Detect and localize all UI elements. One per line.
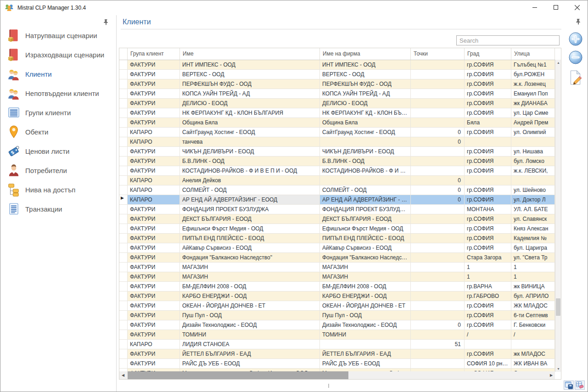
- row-indicator-cell[interactable]: [119, 99, 128, 108]
- cell-group[interactable]: КАПАРО: [128, 185, 180, 195]
- cell-name[interactable]: Дизайн Технолоджис - ЕООД: [180, 320, 320, 330]
- column-header-city[interactable]: Град: [465, 48, 511, 60]
- cell-street[interactable]: Г. Бенковски: [511, 320, 555, 330]
- cell-name[interactable]: АР ЕНД АЙ АДВЕРТАЙЗИНГ - ЕООД: [180, 195, 320, 204]
- cell-city[interactable]: гр.ГАБРОВО: [465, 291, 511, 301]
- cell-street[interactable]: Емануил Поп: [511, 89, 555, 98]
- splitter-grip[interactable]: [328, 384, 329, 388]
- cell-group[interactable]: ФАКТУРИ: [128, 234, 180, 243]
- table-row[interactable]: ФАКТУРИБМ-ДЕЛФИН 2008 - ООДБМ-ДЕЛФИН 200…: [119, 282, 561, 291]
- cell-name[interactable]: Ефишънси Фърст Медия - ООД: [180, 224, 320, 233]
- table-row[interactable]: ФАКТУРИПЕРФЕКШЪН ФУДС - ООДПЕРФЕКШЪН ФУД…: [119, 79, 561, 89]
- cell-street[interactable]: бул. Царигра: [511, 243, 555, 252]
- row-indicator-cell[interactable]: [119, 243, 128, 252]
- cell-street[interactable]: ул. "Света Тр: [511, 253, 555, 262]
- row-indicator-cell[interactable]: [119, 234, 128, 243]
- cell-city[interactable]: гр.СОФИЯ: [465, 234, 511, 243]
- cell-company[interactable]: АР ЕНД АЙ АДВЕРТАЙЗИНГ - ЕООД: [320, 195, 411, 204]
- scroll-left-icon[interactable]: ◀: [119, 371, 127, 379]
- cell-name[interactable]: КОПСА УАЙН ТРЕЙД - АД: [180, 89, 320, 98]
- cell-city[interactable]: [465, 176, 511, 185]
- row-indicator-cell[interactable]: [119, 340, 128, 349]
- close-button[interactable]: [566, 0, 588, 14]
- cell-street[interactable]: жк ДИАНАБА: [511, 99, 555, 108]
- row-indicator-cell[interactable]: [119, 118, 128, 127]
- cell-company[interactable]: СайтГраунд Хостинг - ЕООД: [320, 128, 411, 137]
- row-indicator-cell[interactable]: [119, 108, 128, 118]
- row-indicator-cell[interactable]: [119, 291, 128, 301]
- cell-points[interactable]: [411, 157, 465, 166]
- table-row[interactable]: ФАКТУРИОбщина БялаОбщина БялаБялаАндрей …: [119, 118, 561, 128]
- cell-company[interactable]: КОПСА УАЙН ТРЕЙД - АД: [320, 89, 411, 98]
- row-indicator-cell[interactable]: [119, 89, 128, 98]
- cell-company[interactable]: МАГАЗИН: [320, 272, 411, 281]
- cell-street[interactable]: ЖК ИВАН ВА: [511, 359, 555, 368]
- cell-points[interactable]: 0: [411, 185, 465, 195]
- cell-company[interactable]: КОСТАДИНОВ-РАЙКОВ - Ф И В Е П И - ООД: [320, 166, 411, 175]
- cell-city[interactable]: гр.СОФИЯ: [465, 79, 511, 89]
- cell-group[interactable]: КАПАРО: [128, 128, 180, 137]
- cell-group[interactable]: ФАКТУРИ: [128, 311, 180, 320]
- cell-points[interactable]: [411, 89, 465, 98]
- cell-group[interactable]: ФАКТУРИ: [128, 349, 180, 358]
- cell-points[interactable]: [411, 166, 465, 175]
- row-indicator-cell[interactable]: [119, 330, 128, 339]
- cell-city[interactable]: гр.СОФИЯ: [465, 214, 511, 224]
- cell-name[interactable]: ПИПЪЛ ЕНД ПЛЕЙСЕС - ЕООД: [180, 234, 320, 243]
- cell-points[interactable]: 0: [411, 176, 465, 185]
- table-row[interactable]: ФАКТУРИФОНДАЦИЯ ПРОЕКТ БУЗЛУДЖАФОНДАЦИЯ …: [119, 205, 561, 214]
- cell-street[interactable]: Кадемлия №: [511, 234, 555, 243]
- cell-group[interactable]: ФАКТУРИ: [128, 166, 180, 175]
- cell-name[interactable]: Анелия Дейков: [180, 176, 320, 185]
- cell-street[interactable]: 1: [511, 272, 555, 281]
- row-indicator-cell[interactable]: [119, 147, 128, 156]
- cell-street[interactable]: Андрей Прем: [511, 118, 555, 127]
- cell-name[interactable]: РАЙС ДЪ УЕБ - ЕООД: [180, 359, 320, 368]
- scroll-up-icon[interactable]: ▲: [555, 60, 561, 66]
- cell-points[interactable]: [411, 359, 465, 368]
- cell-points[interactable]: 0: [411, 128, 465, 137]
- main-pushpin-icon[interactable]: [576, 18, 581, 25]
- table-row[interactable]: ФАКТУРИДизайн Технолоджис - ЕООДДизайн Т…: [119, 320, 561, 330]
- table-row[interactable]: ФАКТУРИБ.В.ЛИНК - ООДБ.В.ЛИНК - ООДгр.СО…: [119, 157, 561, 166]
- cell-name[interactable]: Б.В.ЛИНК - ООД: [180, 157, 320, 166]
- cell-points[interactable]: [411, 243, 465, 252]
- cell-city[interactable]: гр.СОФИЯ: [465, 195, 511, 204]
- cell-street[interactable]: 1: [511, 263, 555, 272]
- cell-city[interactable]: гр.СОФИЯ: [465, 166, 511, 175]
- cell-street[interactable]: ул. Шейново: [511, 185, 555, 195]
- table-row[interactable]: КАПАРОтанчева0: [119, 137, 561, 147]
- cell-points[interactable]: [411, 108, 465, 118]
- cell-city[interactable]: гр.СОФИЯ: [465, 301, 511, 310]
- table-row[interactable]: ФАКТУРИКОСТАДИНОВ-РАЙКОВ - Ф И В Е П И -…: [119, 166, 561, 176]
- horizontal-scroll-thumb[interactable]: [128, 371, 348, 379]
- cell-city[interactable]: Стара Загора: [465, 253, 511, 262]
- cell-name[interactable]: ЧИКЪН ДЕЛИВЪРИ - ЕООД: [180, 147, 320, 156]
- cell-city[interactable]: гр.СОФИЯ: [465, 243, 511, 252]
- cell-name[interactable]: ДЕЛИСЮ - ЕООД: [180, 99, 320, 108]
- cell-group[interactable]: ФАКТУРИ: [128, 291, 180, 301]
- cell-points[interactable]: [411, 60, 465, 69]
- cell-points[interactable]: [411, 263, 465, 272]
- table-row[interactable]: КАПАРОЛИДИЯ СТАНОЕА51: [119, 340, 561, 349]
- cell-street[interactable]: жк ВИНИЦА: [511, 282, 555, 291]
- cell-name[interactable]: КОСТАДИНОВ-РАЙКОВ - Ф И В Е П И - ООД: [180, 166, 320, 175]
- sidebar-item-client-groups[interactable]: Групи клиенти: [0, 103, 116, 122]
- cell-street[interactable]: [511, 176, 555, 185]
- save-layout-button[interactable]: [564, 381, 574, 390]
- table-row[interactable]: ФАКТУРИЙЕТТЕЛ БЪЛГАРИЯ - ЕАДЙЕТТЕЛ БЪЛГА…: [119, 349, 561, 359]
- sidebar-item-objects[interactable]: Обекти: [0, 122, 116, 141]
- cell-street[interactable]: ж.к. Лозенец: [511, 79, 555, 89]
- row-indicator-cell[interactable]: [119, 166, 128, 175]
- cell-name[interactable]: ИНТ ИМПЕКС - ООД: [180, 60, 320, 69]
- cell-company[interactable]: ПИПЪЛ ЕНД ПЛЕЙСЕС - ЕООД: [320, 234, 411, 243]
- row-indicator-cell[interactable]: [119, 70, 128, 79]
- cell-name[interactable]: ВЕРТЕКС - ООД: [180, 70, 320, 79]
- cell-company[interactable]: ДЕКСТ БЪЛГАРИЯ - ЕООД: [320, 214, 411, 224]
- cell-city[interactable]: гр.СОФИЯ: [465, 311, 511, 320]
- cell-points[interactable]: [411, 282, 465, 291]
- row-indicator-cell[interactable]: [119, 157, 128, 166]
- sidebar-item-clients[interactable]: Клиенти: [0, 64, 116, 84]
- table-row[interactable]: ФАКТУРИКОПСА УАЙН ТРЕЙД - АДКОПСА УАЙН Т…: [119, 89, 561, 99]
- sidebar-item-unconfirmed-clients[interactable]: Непотвърдени клиенти: [0, 84, 116, 103]
